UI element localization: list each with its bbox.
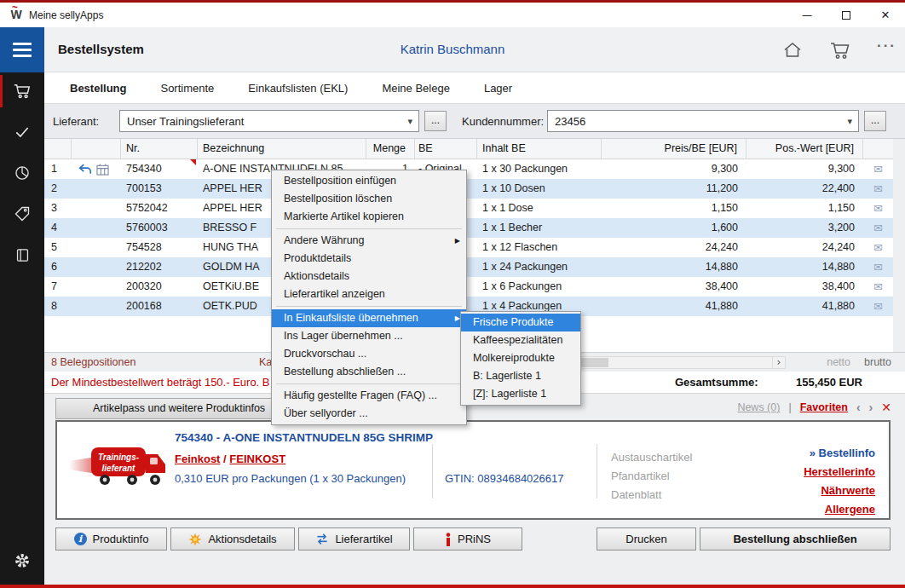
supplier-browse-button[interactable]: ...	[424, 111, 447, 131]
naehrwerte-link[interactable]: Nährwerte	[804, 481, 875, 500]
table-row[interactable]: 6212202GOLDM HA1 x 24 Packungen14,88014,…	[44, 257, 893, 277]
menu-item[interactable]: Ins Lager übernehmen ...	[272, 327, 466, 345]
table-row[interactable]: 35752042APPEL HER1 x 1 Dose1,1501,150✉	[44, 199, 893, 218]
more-options-button[interactable]: ···	[877, 37, 896, 55]
prins-button[interactable]: PRiNS	[413, 527, 522, 551]
mail-cell[interactable]: ✉	[863, 297, 893, 316]
tab-sortimente[interactable]: Sortimente	[160, 82, 214, 95]
mail-cell[interactable]: ✉	[863, 159, 893, 179]
header-be[interactable]: BE	[415, 139, 477, 159]
supplier-select[interactable]: Unser Trainingslieferant ▾	[119, 110, 419, 132]
header-flags[interactable]	[72, 139, 121, 159]
tab-lager[interactable]: Lager	[484, 82, 512, 95]
mail-icon[interactable]: ✉	[873, 163, 883, 176]
news-link[interactable]: News (0)	[737, 401, 780, 413]
cart-button[interactable]	[828, 38, 852, 62]
scroll-right-arrow[interactable]: ›	[772, 357, 785, 368]
menu-item[interactable]: Häufig gestellte Fragen (FAQ) ...	[272, 387, 466, 405]
header-poswert[interactable]: Pos.-Wert [EUR]	[746, 139, 863, 159]
sidebar-item-belege[interactable]	[0, 236, 44, 274]
header-inhalt[interactable]: Inhalt BE	[477, 139, 602, 159]
brutto-toggle[interactable]: brutto	[864, 356, 891, 368]
customer-browse-button[interactable]: ...	[864, 111, 886, 131]
menu-item[interactable]: Frische Produkte	[461, 314, 580, 331]
mail-cell[interactable]: ✉	[863, 218, 893, 238]
table-row[interactable]: 7200320OETKiU.BE1 x 6 Packungen38,40038,…	[44, 277, 893, 297]
sidebar-item-aktionen[interactable]	[0, 195, 44, 233]
maximize-button[interactable]	[827, 3, 866, 27]
bestellinfo-link[interactable]: » Bestellinfo	[804, 444, 875, 463]
tab-meine-belege[interactable]: Meine Belege	[382, 82, 450, 95]
close-panel-icon[interactable]: ✕	[881, 401, 891, 414]
table-row[interactable]: 2700153APPEL HER1 x 10 Dosen11,20022,400…	[44, 179, 893, 199]
menu-item[interactable]: Markierte Artikel kopieren	[272, 208, 466, 226]
bestellung-abschliessen-button[interactable]: Bestellung abschließen	[700, 527, 891, 551]
menu-item[interactable]: Andere Währung▶	[272, 232, 466, 250]
menu-item[interactable]: Bestellposition löschen	[272, 190, 466, 208]
drucken-button[interactable]: Drucken	[597, 527, 696, 551]
sidebar-item-bestellung[interactable]	[0, 72, 44, 110]
table-row[interactable]: 1754340A-ONE INSTANTNUDELN 851- Original…	[44, 159, 893, 179]
undo-arrow-icon[interactable]	[78, 164, 92, 175]
menu-item-label: Molkereiprodukte	[473, 352, 555, 364]
mail-icon[interactable]: ✉	[873, 241, 883, 254]
produktinfo-button[interactable]: i Produktinfo	[55, 527, 167, 551]
herstellerinfo-link[interactable]: Herstellerinfo	[804, 463, 875, 481]
menu-item[interactable]: Bestellposition einfügen	[272, 172, 466, 190]
menu-item[interactable]: B: Lagerliste 1	[461, 367, 580, 385]
mail-icon[interactable]: ✉	[873, 300, 883, 313]
mail-cell[interactable]: ✉	[863, 179, 893, 199]
prev-arrow-icon[interactable]: ‹	[856, 401, 861, 414]
menu-item[interactable]: Druckvorschau ...	[272, 345, 466, 363]
calendar-icon[interactable]	[96, 164, 109, 176]
mail-cell[interactable]: ✉	[863, 199, 893, 218]
category-link-1[interactable]: Feinkost	[175, 453, 220, 465]
home-button[interactable]	[781, 38, 804, 62]
user-name[interactable]: Katrin Buschmann	[401, 42, 505, 56]
favorites-link[interactable]: Favoriten	[800, 401, 848, 413]
customer-select[interactable]: 23456 ▾	[547, 110, 859, 132]
lieferartikel-label: Lieferartikel	[335, 533, 392, 545]
row-number: 8	[44, 297, 72, 316]
lieferartikel-button[interactable]: Lieferartikel	[298, 527, 410, 551]
mail-cell[interactable]: ✉	[863, 277, 893, 297]
menu-item[interactable]: In Einkaufsliste übernehmen▶	[272, 309, 466, 327]
mail-icon[interactable]: ✉	[873, 222, 883, 234]
sidebar-item-settings[interactable]	[0, 544, 44, 578]
mail-icon[interactable]: ✉	[873, 280, 883, 293]
artikelpass-tab[interactable]: Artikelpass und weitere Produktinfos	[55, 398, 303, 419]
menu-item[interactable]: Aktionsdetails	[272, 268, 466, 285]
menu-item[interactable]: Über sellyorder ...	[272, 405, 466, 423]
header-preis[interactable]: Preis/BE [EUR]	[602, 139, 746, 159]
tab-bestellung[interactable]: Bestellung	[70, 82, 126, 95]
next-arrow-icon[interactable]: ›	[869, 401, 873, 414]
mail-icon[interactable]: ✉	[873, 182, 883, 195]
category-link-2[interactable]: FEINKOST	[229, 453, 285, 465]
mail-cell[interactable]: ✉	[863, 257, 893, 277]
menu-item[interactable]: Bestellung abschließen ...	[272, 363, 466, 381]
header-bezeichnung[interactable]: Bezeichnung	[198, 139, 366, 159]
header-nr[interactable]: Nr.	[121, 139, 198, 159]
hamburger-menu-button[interactable]	[0, 27, 44, 72]
minimize-button[interactable]: —	[787, 3, 827, 27]
header-menge[interactable]: Menge	[366, 139, 415, 159]
mail-cell[interactable]: ✉	[863, 238, 893, 257]
aktionsdetails-button[interactable]: Aktionsdetails	[170, 527, 295, 551]
table-row[interactable]: 5754528HUNG THA1 x 12 Flaschen24,24024,2…	[44, 238, 893, 257]
supplier-logo: Trainings- lieferant	[69, 435, 170, 503]
tab-einkaufslisten[interactable]: Einkaufslisten (EKL)	[248, 82, 348, 95]
allergene-link[interactable]: Allergene	[804, 500, 875, 519]
menu-item[interactable]: Lieferartikel anzeigen	[272, 285, 466, 303]
mail-icon[interactable]: ✉	[873, 202, 883, 215]
menu-item[interactable]: Molkereiprodukte	[461, 349, 580, 367]
sidebar-item-freigaben[interactable]	[0, 113, 44, 151]
header-rownum[interactable]	[44, 139, 72, 159]
menu-item[interactable]: Kaffeespezialitäten	[461, 331, 580, 349]
close-button[interactable]: ✕	[866, 3, 905, 27]
menu-item[interactable]: Produktdetails	[272, 250, 466, 268]
mail-icon[interactable]: ✉	[873, 261, 883, 274]
menu-item[interactable]: [Z]: Lagerliste 1	[461, 385, 580, 403]
sidebar-item-statistik[interactable]	[0, 154, 44, 192]
table-row[interactable]: 45760003BRESSO F1 x 1 Becher1,6003,200✉	[44, 218, 893, 238]
netto-toggle[interactable]: netto	[827, 356, 850, 368]
